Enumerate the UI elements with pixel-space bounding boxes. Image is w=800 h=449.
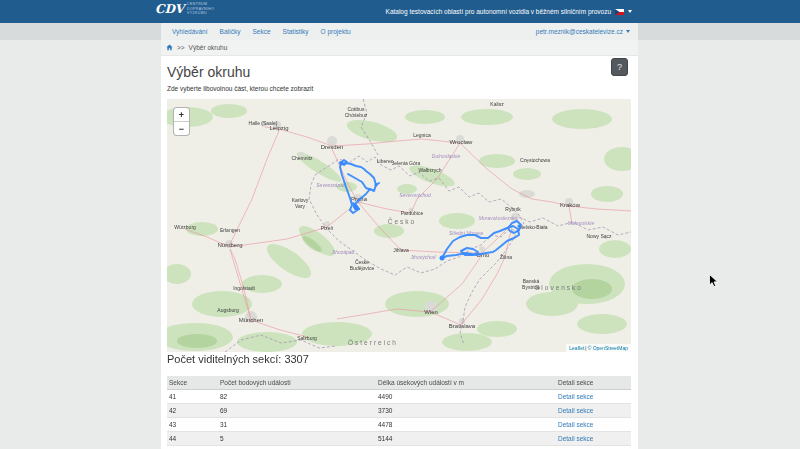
cdv-logo[interactable]: CDV Centrumdopravníhovýzkumu bbox=[155, 3, 214, 16]
detail-sekce-link[interactable]: Detail sekce bbox=[558, 407, 593, 414]
table-cell: 43 bbox=[167, 418, 218, 432]
main-content: Výběr okruhu ? Zde vyberte libovolnou čá… bbox=[161, 56, 638, 449]
city-label: Pardubice bbox=[401, 210, 424, 216]
help-button[interactable]: ? bbox=[611, 58, 628, 76]
czech-flag-icon[interactable] bbox=[615, 9, 624, 15]
country-label: Slovensko bbox=[535, 284, 583, 291]
table-cell: Detail sekce bbox=[556, 446, 631, 449]
breadcrumb-separator: >> bbox=[177, 44, 185, 51]
nav-item-4[interactable]: O projektu bbox=[315, 28, 357, 35]
page: { "colors": {"topbar_bg": "#215c8e", "ac… bbox=[0, 0, 800, 449]
country-label: Česko bbox=[388, 217, 416, 225]
cdv-logo-text: Centrumdopravníhovýzkumu bbox=[187, 3, 214, 16]
attribution-separator: | bbox=[585, 345, 586, 351]
region-label: Moravskoslezsko bbox=[479, 215, 518, 221]
user-menu[interactable]: petr.meznik@ceskatelevize.cz bbox=[536, 23, 637, 40]
table-cell: Detail sekce bbox=[556, 390, 631, 404]
city-label: München bbox=[239, 317, 264, 323]
table-row: 42693730Detail sekce bbox=[167, 404, 631, 418]
table-cell: 5 bbox=[218, 432, 376, 446]
city-label: Jihlava bbox=[393, 247, 409, 253]
detail-sekce-link[interactable]: Detail sekce bbox=[558, 393, 593, 400]
city-label: Kalisz bbox=[490, 101, 504, 107]
city-label: Ingolstadt bbox=[233, 285, 255, 291]
route-marker[interactable] bbox=[440, 256, 445, 261]
region-label: Jihozápad bbox=[331, 249, 355, 255]
city-label: Wien bbox=[424, 309, 438, 315]
table-row: 41824490Detail sekce bbox=[167, 390, 631, 404]
table-row: 4455144Detail sekce bbox=[167, 432, 631, 446]
table-cell: 44 bbox=[167, 432, 218, 446]
table-header-row: Sekce Počet bodových událostí Délka úsek… bbox=[167, 376, 631, 390]
city-label: Dresden bbox=[321, 144, 344, 150]
map-canvas: SeverozápadSeverovýchodMoravskoslezskoSt… bbox=[167, 99, 631, 352]
route-marker[interactable] bbox=[518, 225, 521, 228]
map-attribution: Leaflet | © OpenStreetMap bbox=[566, 344, 631, 352]
city-label: Augsburg bbox=[217, 307, 239, 313]
col-pocet: Počet bodových událostí bbox=[218, 376, 376, 390]
city-label: Žilina bbox=[500, 253, 512, 260]
sections-table: Sekce Počet bodových událostí Délka úsek… bbox=[167, 376, 631, 449]
map-zoom-control: + − bbox=[173, 107, 190, 136]
city-label: Budějovice bbox=[350, 265, 375, 271]
leaflet-link[interactable]: Leaflet bbox=[569, 345, 584, 351]
region-label: Jihovýchod bbox=[409, 254, 435, 260]
city-label: Jelenia Góra bbox=[392, 160, 421, 166]
nav-item-3[interactable]: Statistiky bbox=[277, 28, 315, 35]
table-cell: 4478 bbox=[376, 418, 556, 432]
detail-sekce-link[interactable]: Detail sekce bbox=[558, 435, 593, 442]
table-cell: 3730 bbox=[376, 404, 556, 418]
city-label: Wrocław bbox=[450, 139, 474, 145]
city-label: Rybnik bbox=[505, 206, 521, 212]
city-label: Leipzig bbox=[269, 125, 288, 131]
city-label: Erlangen bbox=[220, 227, 240, 233]
city-label: Bystrica bbox=[522, 284, 540, 290]
table-cell: 45 bbox=[167, 446, 218, 449]
map[interactable]: + − Leaflet | © OpenStreetMap bbox=[167, 99, 631, 352]
region-label: Małopolskie bbox=[568, 220, 595, 226]
nav-item-0[interactable]: Vyhledávání bbox=[166, 28, 214, 35]
city-label: Bielsko-Biała bbox=[519, 224, 548, 230]
route-marker[interactable] bbox=[375, 184, 378, 187]
table-cell: 41 bbox=[167, 390, 218, 404]
table-cell: 42 bbox=[167, 404, 218, 418]
table-cell: 69 bbox=[218, 404, 376, 418]
country-label: Österreich bbox=[348, 339, 398, 346]
city-label: Salzburg bbox=[297, 335, 317, 341]
region-label: Severovýchod bbox=[399, 192, 431, 198]
region-label: Severozápad bbox=[316, 182, 346, 188]
breadcrumb: >> Výběr okruhu bbox=[161, 40, 638, 56]
user-caret-icon bbox=[626, 30, 630, 33]
city-label: Vary bbox=[295, 203, 305, 209]
city-label: Liberec bbox=[377, 158, 394, 164]
table-cell: 6 bbox=[218, 446, 376, 449]
osm-link[interactable]: © OpenStreetMap bbox=[588, 345, 628, 351]
home-icon[interactable] bbox=[166, 44, 173, 51]
city-label: Kraków bbox=[560, 202, 581, 208]
language-caret-icon[interactable] bbox=[628, 10, 632, 13]
sections-table-body: 41824490Detail sekce42693730Detail sekce… bbox=[167, 390, 631, 449]
city-label: Nürnberg bbox=[217, 242, 242, 248]
route-marker[interactable] bbox=[339, 161, 343, 165]
nav-item-1[interactable]: Balíčky bbox=[214, 28, 247, 35]
cdv-logo-abbr: CDV bbox=[155, 3, 184, 15]
route-marker[interactable] bbox=[354, 205, 358, 209]
table-row: 4564984Detail sekce bbox=[167, 446, 631, 449]
col-sekce: Sekce bbox=[167, 376, 218, 390]
zoom-out-button[interactable]: − bbox=[174, 122, 189, 135]
city-label: Plzeň bbox=[321, 225, 334, 231]
zoom-in-button[interactable]: + bbox=[174, 108, 189, 122]
nav-item-2[interactable]: Sekce bbox=[247, 28, 277, 35]
table-cell: 5144 bbox=[376, 432, 556, 446]
table-cell: 4490 bbox=[376, 390, 556, 404]
table-row: 43314478Detail sekce bbox=[167, 418, 631, 432]
city-label: Bratislava bbox=[449, 323, 476, 329]
breadcrumb-current: Výběr okruhu bbox=[189, 44, 228, 51]
detail-sekce-link[interactable]: Detail sekce bbox=[558, 421, 593, 428]
page-title: Výběr okruhu bbox=[167, 64, 250, 80]
city-label: Częstochowa bbox=[520, 157, 550, 163]
page-subtitle: Zde vyberte libovolnou část, kterou chce… bbox=[167, 85, 313, 92]
table-cell: Detail sekce bbox=[556, 432, 631, 446]
navbar: VyhledáváníBalíčkySekceStatistikyO proje… bbox=[0, 23, 800, 40]
region-label: Dolnośląskie bbox=[432, 153, 461, 159]
